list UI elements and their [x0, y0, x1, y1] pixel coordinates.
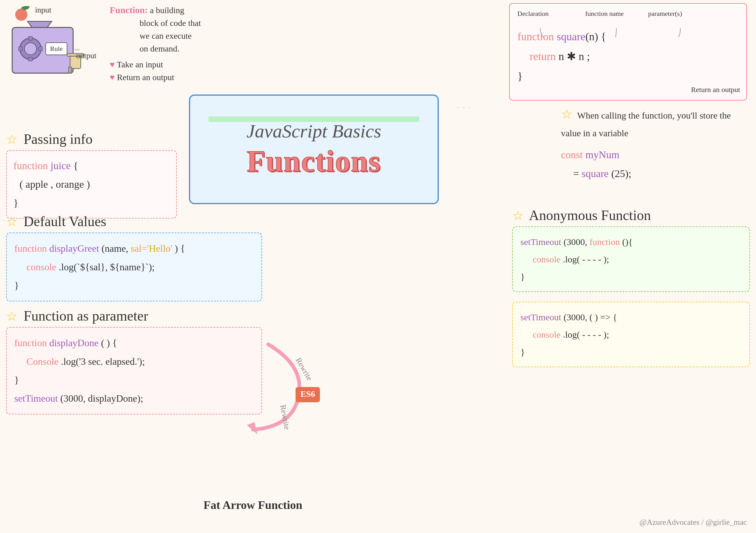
fa-close: } — [521, 347, 525, 357]
page: Rule ≈≈ input output Function: a buildin… — [0, 0, 756, 533]
function-def-title: Function: — [110, 5, 148, 15]
param-label: parameter(s) — [648, 10, 682, 18]
default-values-code-box: function displayGreet (name, sal='Hello'… — [6, 232, 262, 301]
green-highlight-bar — [208, 117, 419, 122]
svg-marker-4 — [27, 21, 52, 27]
dv-close: } — [14, 280, 19, 291]
dv-console-log: .log(`${sal}, ${name}`); — [59, 261, 155, 273]
svg-point-0 — [15, 9, 27, 21]
func-param-title: Function as parameter — [24, 308, 148, 324]
input-label: input — [35, 6, 51, 14]
svg-rect-7 — [28, 37, 33, 40]
anon-func-section: ☆ Anonymous Function setTimeout (3000, f… — [512, 207, 750, 292]
anon-func-title: Anonymous Function — [529, 207, 651, 223]
af-function-kw: function — [589, 237, 620, 247]
dots-2: · · · — [457, 104, 472, 112]
fat-arrow-label: Fat Arrow Function — [201, 498, 305, 512]
af-settimeout-kw: setTimeout — [521, 237, 561, 247]
wc-equals: = — [573, 168, 582, 179]
attribution: @AzureAdvocates / @girlie_mac — [639, 518, 747, 527]
passing-info-title: Passing info — [24, 131, 93, 147]
dv-brace: ) { — [175, 243, 185, 254]
decl-label: Declaration — [517, 10, 549, 18]
code-function-kw: function — [517, 31, 554, 43]
function-definition: Function: a building block of code that … — [110, 3, 286, 84]
fp-settimeout-args: (3000, displayDone); — [60, 393, 143, 404]
fat-arrow-section: setTimeout (3000, ( ) => { console .log(… — [512, 299, 750, 367]
default-values-section: ☆ Default Values function displayGreet (… — [6, 213, 262, 301]
code-square-name: square — [557, 31, 585, 43]
code-return-kw: return — [529, 50, 556, 63]
fp-function-kw: function — [14, 337, 47, 348]
svg-rect-16 — [68, 67, 71, 73]
when-calling-star: ☆ — [561, 107, 573, 121]
rewrite-area: Rewrite Rewrite ES6 — [207, 335, 329, 442]
func-param-star: ☆ — [6, 309, 18, 323]
pi-params: ( apple , orange ) — [19, 178, 90, 190]
code-close-brace: } — [517, 70, 523, 82]
fp-settimeout-kw: setTimeout — [14, 393, 58, 404]
code-return-expr: n ✱ n ; — [558, 50, 590, 63]
machine-illustration: Rule ≈≈ — [3, 6, 100, 85]
af-console-kw: console — [533, 254, 561, 264]
fat-arrow-code-box: setTimeout (3000, ( ) => { console .log(… — [512, 302, 750, 367]
svg-rect-8 — [28, 57, 33, 61]
dv-console-kw: console — [27, 261, 56, 273]
bullet-heart-2: ♥ — [110, 72, 115, 82]
svg-rect-9 — [18, 47, 22, 51]
wc-call-args: (25); — [611, 168, 631, 179]
wc-mynum-var: myNum — [585, 149, 619, 160]
dots-1: · · · — [2, 216, 17, 224]
svg-marker-17 — [247, 422, 257, 434]
svg-text:ES6: ES6 — [300, 389, 315, 399]
passing-info-star: ☆ — [6, 133, 18, 147]
fp-console-log: .log('3 sec. elapsed.'); — [61, 356, 145, 367]
svg-text:Rewrite: Rewrite — [279, 404, 292, 430]
bullet-text-1: Take an input — [117, 60, 163, 69]
func-name-label: function name — [585, 10, 624, 18]
title-js-basics: JavaScript Basics — [247, 120, 382, 142]
default-values-title: Default Values — [24, 214, 106, 229]
dv-sal-param: sal='Hello' — [131, 243, 172, 254]
anon-func-star: ☆ — [512, 209, 524, 223]
bullet-text-2: Return an output — [117, 72, 174, 82]
pi-juice-name: juice — [51, 160, 71, 171]
passing-info-code-box: function juice { ( apple , orange ) } — [6, 150, 177, 219]
passing-info-section: ☆ Passing info function juice { ( apple … — [6, 131, 177, 219]
title-box: JavaScript Basics Functions — [189, 94, 439, 204]
fa-settimeout-kw: setTimeout — [521, 312, 561, 322]
svg-rect-10 — [39, 47, 42, 51]
pi-brace: { — [73, 160, 78, 171]
fa-args: (3000, ( ) => { — [563, 312, 617, 322]
code-params: (n) { — [585, 31, 606, 43]
return-output-label: Return an output — [691, 86, 740, 94]
pi-close: } — [14, 197, 18, 208]
fp-close1: } — [14, 375, 19, 386]
af-args-start: (3000, — [563, 237, 589, 247]
af-console-log: .log( - - - - ); — [563, 254, 609, 264]
wc-const-kw: const — [561, 149, 583, 160]
title-functions: Functions — [247, 144, 381, 178]
dv-displaygreet-name: displayGreet — [49, 243, 102, 254]
fp-console-kw: Console — [27, 356, 59, 367]
fp-displaydone-name: displayDone — [49, 337, 99, 348]
pi-function-kw: function — [14, 160, 48, 171]
wc-square-call: square — [582, 168, 609, 179]
fa-console-kw: console — [533, 330, 561, 339]
output-label: output — [76, 51, 96, 60]
anon-func-code-box: setTimeout (3000, function (){ console .… — [512, 227, 750, 292]
svg-text:Rule: Rule — [50, 45, 63, 52]
when-calling-text: When calling the function, you'll store … — [561, 110, 731, 138]
af-func-brace: (){ — [622, 237, 633, 247]
when-calling-section: ☆ When calling the function, you'll stor… — [561, 104, 750, 183]
dv-function-kw: function — [14, 243, 47, 254]
fa-console-log: .log( - - - - ); — [563, 330, 609, 339]
svg-point-6 — [24, 43, 37, 55]
dv-params: (name, — [101, 243, 131, 254]
af-close: } — [521, 272, 525, 281]
declaration-box: Declaration function name parameter(s) f… — [509, 3, 747, 100]
fp-params: ( ) { — [101, 337, 117, 348]
rewrite-arrows-svg: Rewrite Rewrite ES6 — [207, 335, 329, 442]
bullet-heart-1: ♥ — [110, 60, 115, 69]
